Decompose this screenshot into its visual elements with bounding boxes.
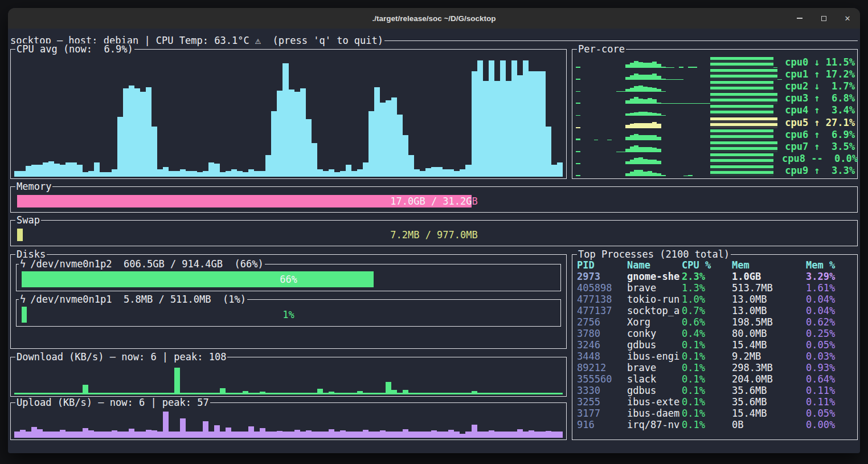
close-button[interactable]: ✕ [843, 14, 852, 23]
chart-bar [271, 111, 277, 177]
spark-bar [670, 103, 674, 104]
spark-bar [760, 153, 764, 164]
spark-bar [760, 117, 764, 128]
disk-entry: ϟ /dev/nvme0n1p1 5.8MB / 511.0MB (1%) 1% [16, 299, 561, 327]
chart-bar [123, 88, 129, 177]
spark-bar [625, 113, 630, 116]
spark-bar [773, 117, 778, 128]
cell-pid: 916 [577, 419, 627, 430]
chart-bar [77, 393, 83, 394]
process-row: 3255ibus-exte0.1%35.6MB0.11% [577, 396, 853, 408]
chart-bar [146, 430, 152, 438]
chart-bar [534, 432, 540, 438]
chart-bar [26, 393, 31, 394]
spark-bar [738, 105, 742, 116]
process-row: 3330gdbus0.1%35.6MB0.11% [577, 385, 853, 396]
spark-bar [742, 129, 746, 140]
spark-bar [638, 170, 643, 176]
chart-bar [289, 393, 294, 394]
spark-bar [715, 93, 719, 104]
spark-bar [746, 57, 751, 68]
chart-bar [312, 432, 317, 438]
spark-bar [576, 91, 580, 92]
cell-name: brave [627, 282, 682, 294]
spark-bar [760, 69, 764, 80]
spark-bar [710, 69, 715, 80]
spark-bar [634, 145, 638, 152]
chart-bar [65, 162, 71, 177]
chart-bar [363, 430, 369, 438]
chart-bar [146, 393, 152, 394]
chart-bar [71, 432, 77, 438]
chart-bar [203, 393, 208, 394]
cell-memp: 0.00% [806, 419, 853, 430]
chart-bar [306, 393, 312, 394]
maximize-button[interactable] [819, 14, 828, 23]
chart-bar [60, 393, 65, 394]
chart-bar [391, 97, 397, 177]
spark-bar [742, 69, 746, 80]
spark-bar [688, 175, 693, 176]
chart-bar [157, 169, 163, 177]
chart-bar [112, 430, 117, 438]
chart-bar [197, 172, 203, 177]
spark-bar [634, 158, 638, 164]
spark-bar [625, 149, 630, 152]
chart-bar [323, 393, 329, 394]
spark-bar [728, 153, 733, 164]
chart-bar [397, 115, 403, 177]
chart-bar [380, 103, 386, 177]
chart-bar [37, 429, 43, 438]
chart-bar [254, 432, 260, 438]
chart-bar [186, 393, 191, 394]
cell-cpu: 0.1% [682, 373, 732, 385]
window-titlebar[interactable]: ./target/release/soc ~/D/G/socktop ✕ [8, 8, 860, 29]
chart-bar [31, 165, 37, 177]
spark-bar [715, 57, 719, 68]
cell-cpu: 0.1% [682, 385, 732, 396]
chart-bar [557, 432, 563, 438]
cell-cpu: 0.1% [682, 362, 732, 373]
core-label: cpu3 ↑ 6.8% [782, 92, 855, 104]
process-header-row: PIDNameCPU %MemMem % [577, 259, 853, 271]
chart-bar [37, 165, 43, 177]
chart-bar [386, 432, 391, 438]
spark-bar [724, 69, 728, 80]
chart-bar [454, 171, 460, 177]
chart-bar [546, 127, 551, 177]
spark-bar [643, 123, 648, 128]
spark-bar [693, 67, 697, 68]
spark-bar [724, 141, 728, 152]
spark-bar [746, 165, 751, 176]
spark-bar [625, 125, 630, 128]
chart-bar [180, 418, 186, 438]
chart-bar [243, 432, 248, 438]
spark-bar [738, 165, 742, 176]
spark-bar [751, 69, 755, 80]
chart-bar [208, 432, 214, 438]
spark-bar [648, 147, 652, 152]
app-header: socktop — host: debian | CPU Temp: 63.1°… [10, 33, 858, 48]
window-title: ./target/release/soc ~/D/G/socktop [372, 14, 496, 23]
spark-bar [679, 103, 683, 104]
cell-name: tokio-run [627, 294, 682, 305]
chart-bar [174, 171, 180, 177]
cell-memp: 0.04% [806, 305, 853, 316]
terminal-content[interactable]: socktop — host: debian | CPU Temp: 63.1°… [8, 29, 860, 453]
chart-bar [374, 87, 380, 177]
spark-bar [710, 141, 715, 152]
spark-bar [666, 67, 670, 68]
chart-bar [334, 393, 340, 394]
spark-bar [760, 81, 764, 92]
minimize-button[interactable] [795, 14, 804, 23]
chart-bar [437, 393, 443, 394]
spark-bar [688, 67, 693, 68]
core-sparkline [576, 69, 782, 80]
spark-bar [769, 105, 773, 116]
upload-chart [14, 410, 563, 438]
core-row: cpu3 ↑ 6.8% [576, 92, 855, 104]
chart-bar [494, 81, 500, 177]
cell-name: gdbus [627, 385, 682, 396]
spark-bar [719, 153, 724, 164]
spark-bar [630, 135, 634, 140]
